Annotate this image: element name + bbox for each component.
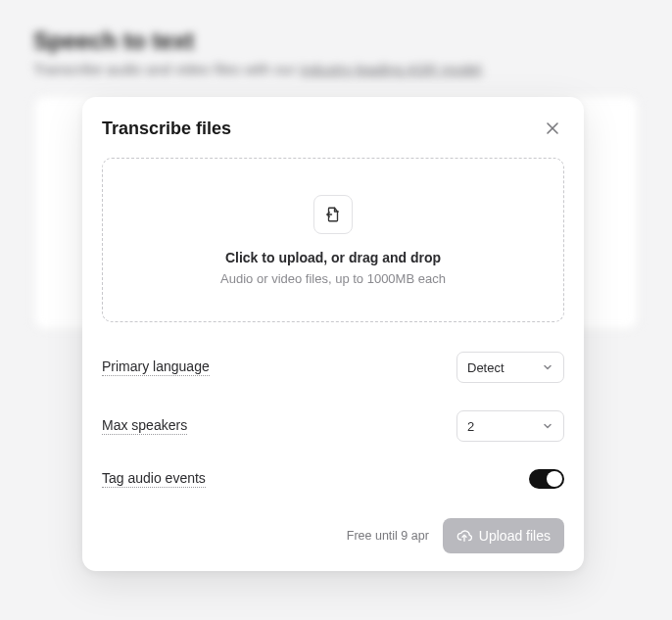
close-icon [546,121,559,135]
subtitle-link: industry-leading ASR model [300,61,481,77]
setting-max-speakers: Max speakers 2 [102,410,564,442]
dropzone-primary-text: Click to upload, or drag and drop [225,250,441,265]
primary-language-label: Primary language [102,358,210,376]
subtitle-pre: Transcribe audio and video files with ou… [33,61,300,77]
max-speakers-label: Max speakers [102,417,187,435]
dropzone-secondary-text: Audio or video files, up to 1000MB each [220,271,446,286]
footer-note: Free until 9 apr [347,529,429,543]
modal-footer: Free until 9 apr Upload files [102,518,564,553]
upload-button-label: Upload files [479,528,551,544]
chevron-down-icon [542,361,553,373]
subtitle-post: . [481,61,485,77]
tag-audio-events-label: Tag audio events [102,470,206,488]
setting-tag-audio-events: Tag audio events [102,469,564,489]
file-icon [313,195,353,234]
cloud-upload-icon [456,528,472,544]
primary-language-value: Detect [467,360,504,375]
primary-language-select[interactable]: Detect [456,352,564,383]
setting-primary-language: Primary language Detect [102,352,564,383]
modal-title: Transcribe files [102,119,231,139]
max-speakers-select[interactable]: 2 [456,410,564,442]
page-subtitle: Transcribe audio and video files with ou… [33,61,639,77]
modal-header: Transcribe files [102,117,564,140]
upload-files-button[interactable]: Upload files [443,518,564,553]
upload-dropzone[interactable]: Click to upload, or drag and drop Audio … [102,158,564,322]
page-title: Speech to text [33,27,639,55]
toggle-knob [547,471,562,487]
transcribe-modal: Transcribe files Click to upload, or dra… [82,97,584,571]
tag-audio-events-toggle[interactable] [529,469,564,489]
max-speakers-value: 2 [467,419,474,434]
close-button[interactable] [541,117,564,140]
settings-section: Primary language Detect Max speakers 2 T… [102,352,564,489]
chevron-down-icon [542,420,553,432]
